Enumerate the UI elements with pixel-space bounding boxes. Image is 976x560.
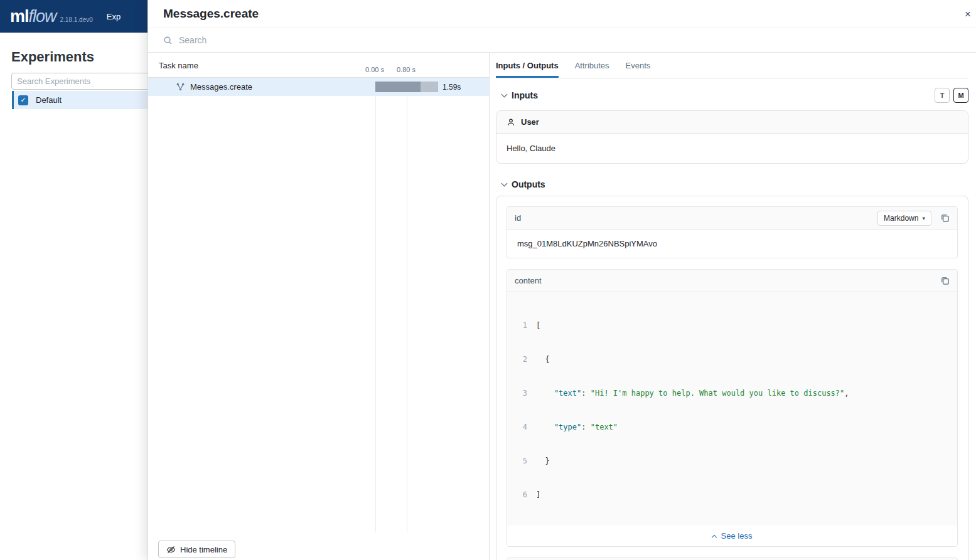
line-number: 4 — [507, 421, 527, 433]
output-field-content: content 1[ 2 { 3 "text": — [507, 269, 958, 547]
code-token: { — [536, 354, 550, 365]
task-pane-footer: Hide timeline — [148, 532, 489, 560]
copy-icon[interactable] — [940, 276, 950, 285]
render-mode-toggle: T M — [935, 88, 968, 103]
copy-icon[interactable] — [940, 213, 950, 223]
span-detail-pane: Inputs / Outputs Attributes Events Input… — [490, 53, 976, 560]
renderer-select-value: Markdown — [884, 214, 918, 223]
overlay-body: Task name 0.00 s 0.80 s Messages.create … — [148, 53, 976, 560]
task-timeline-pane: Task name 0.00 s 0.80 s Messages.create … — [148, 53, 490, 560]
version-label: 2.18.1.dev0 — [60, 16, 93, 23]
line-number: 2 — [507, 354, 527, 365]
field-label: id — [515, 213, 521, 223]
overlay-title: Messages.create — [163, 7, 259, 21]
code-token: "type" — [536, 421, 581, 433]
outputs-section-title: Outputs — [512, 179, 545, 189]
logo-flow-text: flow — [29, 7, 56, 26]
field-value-content: 1[ 2 { 3 "text": "Hi! I'm happy to help.… — [507, 292, 957, 546]
caret-down-icon: ▾ — [922, 215, 925, 221]
inputs-section-title: Inputs — [512, 90, 538, 100]
renderer-select[interactable]: Markdown ▾ — [877, 211, 931, 226]
timeline-gridline — [375, 78, 376, 532]
duration-label: 1.59s — [442, 83, 461, 92]
output-field-model: model Markdown ▾ claud — [507, 557, 958, 560]
code-token: ] — [536, 489, 540, 500]
see-less-label: See less — [721, 531, 753, 541]
user-message-card: User Hello, Claude — [496, 110, 968, 164]
outputs-card: id Markdown ▾ msg_01M8 — [496, 196, 968, 560]
markdown-view-button[interactable]: M — [953, 88, 968, 103]
chevron-down-icon — [501, 92, 508, 98]
code-token: "text" — [536, 388, 581, 399]
close-icon[interactable]: × — [961, 8, 975, 21]
field-label: content — [515, 276, 542, 285]
inputs-section-header[interactable]: Inputs T M — [496, 88, 968, 103]
code-token: "Hi! I'm happy to help. What would you l… — [591, 388, 845, 399]
detail-content: Inputs T M User Hello, Claude — [496, 78, 968, 560]
code-token: , — [844, 388, 849, 399]
chevron-down-icon — [501, 181, 508, 187]
eye-off-icon — [166, 545, 176, 554]
task-name-column-header: Task name — [159, 61, 198, 70]
user-card-title: User — [521, 117, 539, 127]
outputs-section-header[interactable]: Outputs — [496, 177, 968, 192]
task-row-label: Messages.create — [190, 82, 252, 92]
code-token: [ — [536, 320, 540, 331]
chevron-up-icon — [711, 534, 716, 539]
task-rows: Messages.create 1.59s — [148, 78, 489, 532]
experiment-label: Default — [36, 95, 62, 105]
hide-timeline-button[interactable]: Hide timeline — [158, 541, 235, 558]
code-token: : — [581, 421, 590, 433]
content-json-code: 1[ 2 { 3 "text": "Hi! I'm happy to help.… — [507, 292, 957, 526]
timeline-tick-0: 0.00 s — [365, 66, 384, 73]
output-field-id: id Markdown ▾ msg_01M8 — [507, 206, 958, 258]
trace-span-icon — [176, 82, 185, 92]
task-pane-header: Task name 0.00 s 0.80 s — [148, 53, 489, 78]
line-number: 6 — [507, 489, 527, 500]
trace-search-input[interactable] — [179, 35, 961, 45]
user-message-card-header: User — [496, 111, 968, 134]
trace-search-bar — [148, 28, 976, 53]
tab-attributes[interactable]: Attributes — [575, 53, 609, 78]
user-message-text: Hello, Claude — [496, 134, 968, 163]
overlay-header: Messages.create × — [148, 0, 976, 28]
text-view-button[interactable]: T — [935, 88, 950, 103]
search-icon — [163, 36, 173, 45]
timeline-tick-1: 0.80 s — [397, 66, 416, 73]
mlflow-logo[interactable]: ml flow 2.18.1.dev0 — [10, 7, 93, 26]
tab-events[interactable]: Events — [626, 53, 651, 78]
experiment-checkbox[interactable]: ✓ — [18, 95, 28, 105]
nav-tab-experiments[interactable]: Exp — [107, 12, 121, 21]
page-title: Experiments — [11, 49, 94, 65]
trace-detail-overlay: Messages.create × Task name 0.00 s 0.80 … — [147, 0, 976, 560]
line-number: 3 — [507, 388, 527, 399]
hide-timeline-label: Hide timeline — [180, 545, 227, 554]
line-number: 5 — [507, 455, 527, 467]
duration-bar[interactable] — [375, 82, 438, 92]
code-token: : — [581, 388, 590, 399]
field-controls — [940, 276, 950, 285]
field-controls: Markdown ▾ — [877, 211, 950, 226]
code-token: "text" — [591, 421, 618, 433]
tab-inputs-outputs[interactable]: Inputs / Outputs — [496, 53, 559, 78]
field-value-id: msg_01M8LdKUZpMn26NBSpiYMAvo — [507, 230, 957, 258]
line-number: 1 — [507, 320, 527, 331]
field-header-id: id Markdown ▾ — [507, 207, 957, 230]
task-row-messages-create[interactable]: Messages.create 1.59s — [148, 78, 489, 96]
logo-ml-text: ml — [10, 7, 29, 26]
detail-tabs: Inputs / Outputs Attributes Events — [496, 53, 968, 78]
timeline-gridline — [407, 78, 407, 532]
see-less-button[interactable]: See less — [507, 526, 957, 546]
field-header-content: content — [507, 270, 957, 292]
user-icon — [507, 118, 515, 127]
code-token: } — [536, 455, 550, 467]
